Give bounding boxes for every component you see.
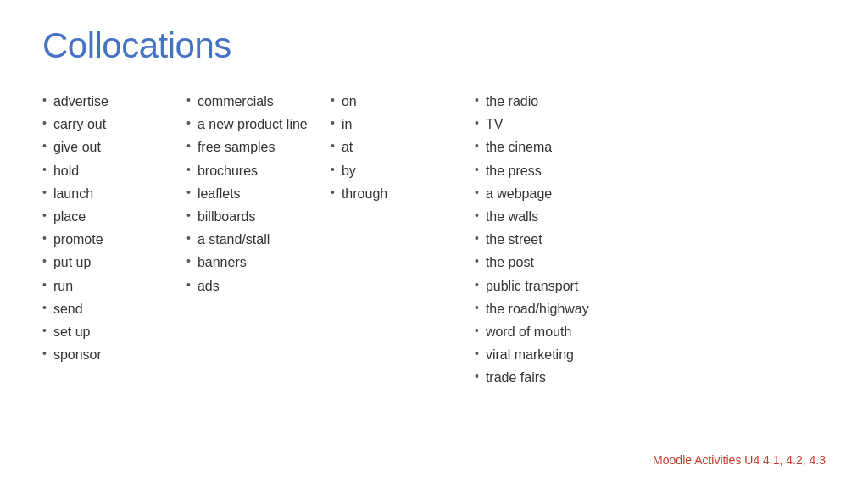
list-item-text: run bbox=[53, 274, 73, 297]
list-item-text: banners bbox=[198, 251, 247, 274]
list-item-text: ads bbox=[198, 274, 220, 297]
list-1: advertisecarry outgive outholdlaunchplac… bbox=[42, 90, 178, 366]
page-title: Collocations bbox=[42, 25, 826, 66]
list-item-text: give out bbox=[53, 136, 101, 158]
list-item-text: trade fairs bbox=[486, 366, 546, 389]
list-item-text: brochures bbox=[198, 159, 258, 182]
list-item-text: free samples bbox=[198, 136, 275, 158]
list-item: send bbox=[42, 297, 178, 320]
list-item: leaflets bbox=[186, 182, 322, 205]
list-item-text: send bbox=[53, 297, 83, 320]
list-item-text: public transport bbox=[486, 274, 578, 297]
list-item: at bbox=[331, 136, 466, 158]
list-item-text: the cinema bbox=[486, 136, 552, 158]
list-item-text: at bbox=[342, 136, 353, 158]
list-item: the radio bbox=[475, 90, 627, 113]
list-item: the road/highway bbox=[475, 297, 627, 320]
list-item-text: the press bbox=[486, 159, 542, 182]
list-item-text: promote bbox=[53, 228, 103, 251]
list-item: advertise bbox=[42, 90, 178, 113]
list-item: trade fairs bbox=[475, 366, 627, 389]
list-item: billboards bbox=[186, 205, 322, 228]
list-item-text: the road/highway bbox=[486, 297, 589, 320]
list-item: by bbox=[331, 159, 466, 182]
list-item-text: advertise bbox=[53, 90, 108, 113]
list-item: in bbox=[331, 113, 466, 136]
column-3: oninatbythrough bbox=[331, 90, 466, 445]
list-item: on bbox=[331, 90, 466, 113]
list-item-text: the street bbox=[486, 228, 542, 251]
column-4: the radioTVthe cinemathe pressa webpaget… bbox=[475, 90, 627, 445]
columns-container: advertisecarry outgive outholdlaunchplac… bbox=[42, 90, 826, 445]
list-item-text: the radio bbox=[486, 90, 538, 113]
list-item: a new product line bbox=[186, 113, 322, 136]
page: Collocations advertisecarry outgive outh… bbox=[0, 0, 868, 488]
list-item-text: a webpage bbox=[486, 182, 552, 205]
list-item: the post bbox=[475, 251, 627, 274]
list-item: word of mouth bbox=[475, 320, 627, 343]
list-item-text: through bbox=[342, 182, 387, 205]
list-item: viral marketing bbox=[475, 343, 627, 366]
list-item-text: by bbox=[342, 159, 356, 182]
list-3: oninatbythrough bbox=[331, 90, 466, 205]
list-item: the cinema bbox=[475, 136, 627, 158]
list-item-text: commercials bbox=[198, 90, 274, 113]
list-item: hold bbox=[42, 159, 178, 182]
list-item: TV bbox=[475, 113, 627, 136]
list-item-text: leaflets bbox=[198, 182, 241, 205]
list-item: the press bbox=[475, 159, 627, 182]
list-item: promote bbox=[42, 228, 178, 251]
list-item: place bbox=[42, 205, 178, 228]
list-2: commercialsa new product linefree sample… bbox=[186, 90, 322, 297]
list-item: through bbox=[331, 182, 466, 205]
list-item-text: TV bbox=[486, 113, 503, 136]
list-item-text: place bbox=[53, 205, 86, 228]
list-item-text: viral marketing bbox=[486, 343, 574, 366]
list-item: launch bbox=[42, 182, 178, 205]
list-item: the walls bbox=[475, 205, 627, 228]
list-item: give out bbox=[42, 136, 178, 158]
list-item-text: on bbox=[342, 90, 357, 113]
list-item: a stand/stall bbox=[186, 228, 322, 251]
list-item: the street bbox=[475, 228, 627, 251]
list-item-text: set up bbox=[53, 320, 91, 343]
list-4: the radioTVthe cinemathe pressa webpaget… bbox=[475, 90, 627, 389]
list-item-text: in bbox=[342, 113, 352, 136]
list-item: run bbox=[42, 274, 178, 297]
list-item: a webpage bbox=[475, 182, 627, 205]
column-1: advertisecarry outgive outholdlaunchplac… bbox=[42, 90, 178, 445]
list-item-text: the walls bbox=[486, 205, 538, 228]
list-item-text: put up bbox=[53, 251, 91, 274]
footer-text: Moodle Activities U4 4.1, 4.2, 4.3 bbox=[42, 453, 826, 471]
list-item-text: launch bbox=[53, 182, 93, 205]
list-item: public transport bbox=[475, 274, 627, 297]
list-item: ads bbox=[186, 274, 322, 297]
list-item-text: billboards bbox=[198, 205, 255, 228]
list-item-text: sponsor bbox=[53, 343, 102, 366]
list-item-text: carry out bbox=[53, 113, 106, 136]
list-item-text: word of mouth bbox=[486, 320, 571, 343]
list-item: commercials bbox=[186, 90, 322, 113]
list-item: carry out bbox=[42, 113, 178, 136]
list-item: brochures bbox=[186, 159, 322, 182]
list-item: sponsor bbox=[42, 343, 178, 366]
list-item: set up bbox=[42, 320, 178, 343]
list-item-text: a new product line bbox=[198, 113, 308, 136]
list-item-text: hold bbox=[53, 159, 79, 182]
list-item: banners bbox=[186, 251, 322, 274]
list-item: free samples bbox=[186, 136, 322, 158]
list-item: put up bbox=[42, 251, 178, 274]
column-2: commercialsa new product linefree sample… bbox=[186, 90, 322, 445]
list-item-text: a stand/stall bbox=[198, 228, 270, 251]
list-item-text: the post bbox=[486, 251, 534, 274]
